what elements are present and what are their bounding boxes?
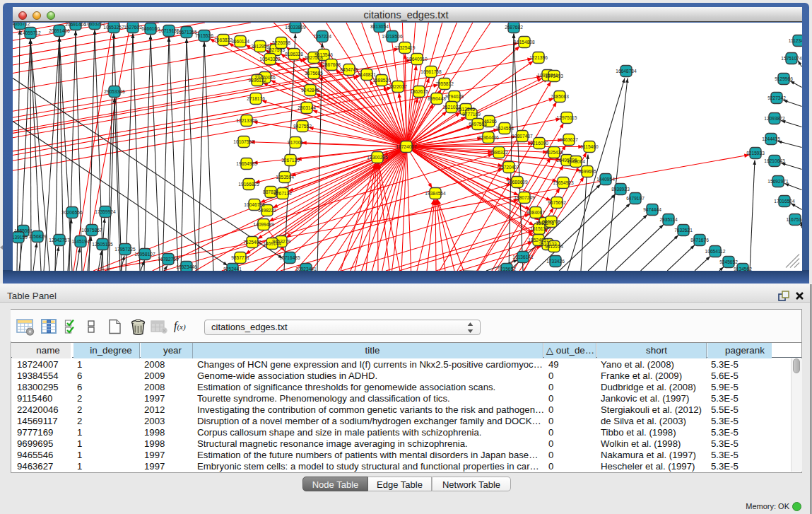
svg-text:6216090: 6216090 — [530, 140, 548, 145]
svg-text:15692971: 15692971 — [767, 178, 789, 183]
svg-text:16154808: 16154808 — [514, 39, 535, 44]
svg-text:19654985: 19654985 — [236, 160, 257, 165]
svg-text:1353594: 1353594 — [276, 174, 294, 179]
svg-text:15720407: 15720407 — [498, 164, 519, 169]
svg-text:1362615: 1362615 — [410, 88, 428, 93]
svg-text:1733426: 1733426 — [546, 258, 565, 263]
svg-text:7357224: 7357224 — [313, 33, 331, 38]
svg-text:2867608: 2867608 — [322, 62, 341, 66]
svg-text:7986322: 7986322 — [490, 149, 508, 154]
svg-text:16210643: 16210643 — [764, 158, 785, 163]
svg-text:917006: 917006 — [288, 139, 303, 144]
svg-text:16961758: 16961758 — [420, 69, 442, 74]
svg-text:16782759: 16782759 — [158, 256, 179, 261]
svg-text:16671355: 16671355 — [176, 29, 197, 34]
svg-text:19166825: 19166825 — [238, 181, 259, 186]
svg-text:1469144: 1469144 — [263, 240, 281, 245]
svg-text:9777169: 9777169 — [462, 111, 481, 116]
svg-text:2827593: 2827593 — [266, 47, 285, 52]
svg-text:10653257: 10653257 — [103, 24, 124, 29]
svg-text:18807249: 18807249 — [514, 194, 535, 199]
svg-text:10975867: 10975867 — [81, 227, 102, 232]
svg-text:9857771: 9857771 — [231, 255, 249, 259]
svg-text:10654112: 10654112 — [705, 248, 726, 253]
svg-text:18640910: 18640910 — [406, 56, 428, 61]
svg-text:8813054: 8813054 — [370, 23, 389, 28]
svg-text:10688609: 10688609 — [507, 179, 528, 184]
svg-text:10543362: 10543362 — [259, 56, 281, 61]
svg-text:9252441: 9252441 — [223, 266, 242, 270]
svg-text:7485063: 7485063 — [551, 93, 569, 98]
svg-text:9794028: 9794028 — [445, 93, 464, 98]
svg-text:16033809: 16033809 — [285, 24, 306, 29]
svg-text:5226058: 5226058 — [272, 40, 290, 45]
svg-text:11325419: 11325419 — [395, 45, 416, 49]
svg-text:14099489: 14099489 — [253, 221, 274, 226]
svg-text:3267130: 3267130 — [281, 157, 300, 162]
svg-text:7515526: 7515526 — [195, 33, 213, 37]
svg-text:9245652: 9245652 — [719, 259, 738, 264]
svg-text:17359924: 17359924 — [95, 209, 116, 214]
svg-text:1973493: 1973493 — [545, 73, 563, 78]
svg-text:887834: 887834 — [263, 189, 278, 194]
svg-text:9139159: 9139159 — [13, 234, 28, 239]
svg-text:9115460: 9115460 — [580, 144, 599, 148]
svg-text:8427552: 8427552 — [293, 123, 312, 128]
svg-text:6497568: 6497568 — [469, 121, 487, 126]
svg-text:4512345: 4512345 — [457, 106, 475, 111]
svg-text:20206556: 20206556 — [61, 209, 83, 214]
svg-text:20691406: 20691406 — [49, 28, 70, 33]
svg-text:6466160: 6466160 — [141, 25, 160, 30]
svg-text:8471676: 8471676 — [690, 237, 709, 242]
svg-text:11123456: 11123456 — [789, 37, 802, 42]
svg-text:29053346: 29053346 — [104, 88, 125, 93]
svg-text:2803144: 2803144 — [298, 105, 316, 110]
svg-text:19654923: 19654923 — [553, 180, 574, 185]
svg-text:9242848: 9242848 — [301, 87, 319, 92]
svg-text:1167534: 1167534 — [786, 216, 801, 221]
svg-text:14055712: 14055712 — [13, 23, 30, 26]
svg-text:7955812: 7955812 — [435, 81, 454, 86]
svg-text:3025438: 3025438 — [545, 149, 563, 154]
svg-text:16648784: 16648784 — [616, 68, 637, 73]
svg-text:6479197: 6479197 — [626, 195, 645, 200]
svg-text:3322037: 3322037 — [389, 83, 407, 88]
svg-text:10923446: 10923446 — [176, 264, 197, 269]
svg-text:8990448: 8990448 — [428, 95, 446, 100]
svg-text:2687682: 2687682 — [505, 24, 523, 29]
svg-text:19384554: 19384554 — [425, 190, 446, 195]
svg-text:9463627: 9463627 — [560, 136, 578, 141]
svg-text:9613546: 9613546 — [314, 52, 333, 57]
svg-text:10807487: 10807487 — [512, 133, 533, 138]
svg-text:10958107: 10958107 — [134, 251, 155, 256]
svg-text:3675685: 3675685 — [305, 70, 323, 75]
svg-text:10653257: 10653257 — [84, 23, 105, 26]
svg-text:18724007: 18724007 — [396, 144, 417, 148]
svg-text:16136141: 16136141 — [512, 254, 534, 259]
svg-text:9474444: 9474444 — [643, 206, 661, 211]
svg-text:9215652: 9215652 — [498, 266, 516, 270]
svg-text:17016504: 17016504 — [774, 198, 795, 203]
svg-text:12942757: 12942757 — [49, 237, 70, 242]
svg-text:9699695: 9699695 — [578, 168, 596, 173]
svg-text:1244415: 1244415 — [762, 136, 780, 141]
svg-text:1588520: 1588520 — [372, 77, 391, 82]
svg-text:20691406: 20691406 — [65, 23, 86, 27]
svg-text:9675692: 9675692 — [548, 199, 566, 204]
svg-text:8454749: 8454749 — [340, 66, 358, 71]
svg-text:9084067: 9084067 — [526, 209, 545, 214]
svg-text:1156829: 1156829 — [28, 233, 47, 238]
svg-text:9412254: 9412254 — [545, 243, 563, 248]
svg-text:9146821: 9146821 — [358, 71, 376, 76]
svg-text:10923441: 10923441 — [295, 266, 317, 270]
svg-text:8215933: 8215933 — [746, 150, 765, 155]
svg-text:9129966: 9129966 — [775, 76, 793, 81]
svg-text:7625402: 7625402 — [243, 239, 261, 244]
svg-text:1221396: 1221396 — [529, 54, 548, 59]
svg-text:8938923: 8938923 — [611, 186, 630, 191]
svg-text:18300295: 18300295 — [367, 154, 388, 159]
svg-text:1615137: 1615137 — [530, 226, 548, 230]
svg-text:14055712: 14055712 — [20, 30, 41, 35]
svg-text:5498222: 5498222 — [258, 207, 276, 212]
svg-text:15716485: 15716485 — [279, 255, 300, 259]
